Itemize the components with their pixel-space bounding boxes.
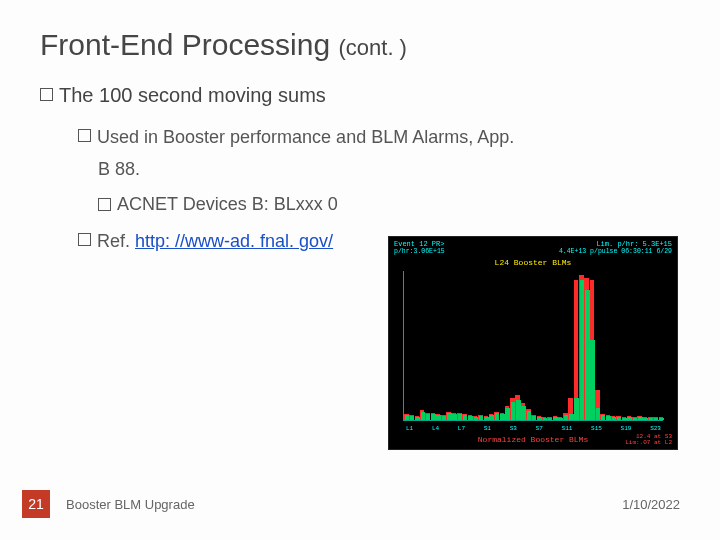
- bullet-3: ACNET Devices B: BLxxx 0: [98, 194, 680, 215]
- chart-bar: [543, 418, 548, 420]
- slide-title: Front-End Processing (cont. ): [40, 28, 680, 62]
- chart-bar: [558, 418, 563, 420]
- bullet-2: Used in Booster performance and BLM Alar…: [78, 125, 680, 149]
- checkbox-icon: [98, 198, 111, 211]
- bullet-3-text: ACNET Devices B: BLxxx 0: [117, 194, 338, 215]
- chart-bar: [622, 418, 627, 420]
- chart-bar: [452, 414, 457, 420]
- chart-xtick: S11: [562, 425, 573, 432]
- footer-title: Booster BLM Upgrade: [66, 497, 622, 512]
- chart-plot-area: L1L4L7S1S3S7S11S15S19S23: [403, 271, 663, 421]
- footer-date: 1/10/2022: [622, 497, 680, 512]
- chart-bar: [484, 417, 489, 420]
- chart-bar: [474, 417, 479, 420]
- chart-bar: [617, 417, 622, 420]
- chart-bar: [431, 414, 436, 420]
- chart-hdr-left: Event 12 PR>: [394, 240, 444, 248]
- chart-bar: [458, 414, 463, 420]
- chart-sub-left: p/hr:3.06E+15: [394, 248, 445, 255]
- chart-bar: [415, 417, 420, 420]
- chart-xtick: S3: [510, 425, 517, 432]
- chart-bar: [468, 416, 473, 420]
- chart-bar: [421, 412, 426, 420]
- chart-xtick: S15: [591, 425, 602, 432]
- chart-bar: [553, 417, 558, 420]
- bullet-4-text: Ref. http: //www-ad. fnal. gov/: [97, 229, 333, 253]
- chart-bar: [500, 414, 505, 420]
- chart-bar: [606, 416, 611, 420]
- chart-bar: [505, 408, 510, 420]
- chart-bar: [442, 416, 447, 420]
- chart-xtick: S23: [650, 425, 661, 432]
- chart-bar: [627, 417, 632, 420]
- title-cont: (cont. ): [338, 35, 406, 60]
- bullet-2-text: Used in Booster performance and BLM Alar…: [97, 125, 514, 149]
- chart-bar: [654, 418, 659, 420]
- chart-bar: [569, 414, 574, 420]
- chart-bar: [405, 415, 410, 420]
- chart-xtick: S7: [536, 425, 543, 432]
- page-number: 21: [22, 490, 50, 518]
- chart-bar: [580, 280, 585, 420]
- embedded-chart: Event 12 PR> Lim. p/hr: 5.3E+15 p/hr:3.0…: [388, 236, 678, 450]
- chart-sub-right: 4.4E+13 p/pulse 06:30:11 6/29: [559, 248, 672, 255]
- bullet-1-text: The 100 second moving sums: [59, 84, 326, 107]
- chart-xticks: L1L4L7S1S3S7S11S15S19S23: [404, 425, 663, 432]
- chart-xtick: S1: [484, 425, 491, 432]
- chart-bar: [649, 418, 654, 420]
- chart-bar: [596, 408, 601, 420]
- chart-bar: [527, 411, 532, 420]
- slide-footer: 21 Booster BLM Upgrade 1/10/2022: [0, 490, 720, 518]
- bullet-1: The 100 second moving sums: [40, 84, 680, 107]
- chart-bar: [511, 402, 516, 420]
- chart-xtick: S19: [621, 425, 632, 432]
- chart-bar: [495, 413, 500, 420]
- chart-bar: [426, 414, 431, 420]
- chart-hdr-right: Lim. p/hr: 5.3E+15: [596, 240, 672, 248]
- chart-bar: [643, 418, 648, 420]
- chart-title: L24 Booster BLMs: [389, 258, 677, 267]
- chart-bar: [633, 418, 638, 420]
- chart-bar: [659, 418, 664, 420]
- chart-bar: [564, 415, 569, 420]
- checkbox-icon: [78, 129, 91, 142]
- checkbox-icon: [78, 233, 91, 246]
- chart-bar: [548, 418, 553, 420]
- ref-prefix: Ref.: [97, 231, 135, 251]
- chart-xtick: L4: [432, 425, 439, 432]
- chart-bar: [532, 416, 537, 420]
- chart-bar: [537, 417, 542, 420]
- chart-bar: [479, 416, 484, 420]
- chart-bar: [447, 413, 452, 420]
- bullet-2-cont: B 88.: [98, 159, 680, 180]
- chart-bar: [612, 417, 617, 420]
- chart-bar: [601, 415, 606, 420]
- chart-bar: [590, 340, 595, 420]
- chart-bar: [489, 415, 494, 420]
- chart-footer-line: Lim:.07 at L2: [625, 440, 672, 447]
- chart-bar: [436, 415, 441, 420]
- chart-bar: [516, 400, 521, 420]
- ref-link[interactable]: http: //www-ad. fnal. gov/: [135, 231, 333, 251]
- chart-xtick: L1: [406, 425, 413, 432]
- chart-bar: [410, 416, 415, 420]
- chart-footer: 12.4 at S3Lim:.07 at L2: [625, 434, 672, 447]
- chart-bar: [521, 406, 526, 420]
- checkbox-icon: [40, 88, 53, 101]
- chart-bar: [585, 290, 590, 420]
- chart-xtick: L7: [458, 425, 465, 432]
- title-main: Front-End Processing: [40, 28, 338, 61]
- chart-bar: [463, 415, 468, 420]
- chart-bar: [574, 398, 579, 420]
- chart-bar: [638, 417, 643, 420]
